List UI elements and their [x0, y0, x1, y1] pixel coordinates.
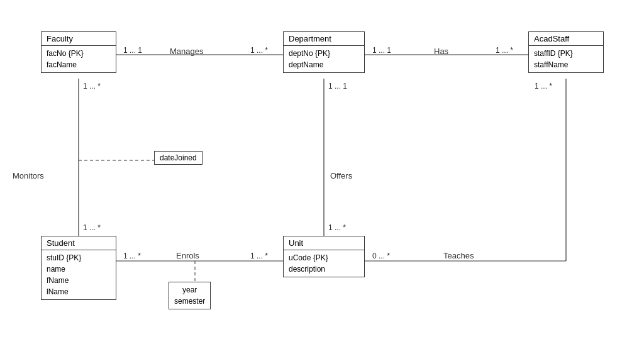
faculty-attr-1: facNo {PK} — [47, 48, 111, 59]
er-diagram: Faculty facNo {PK} facName Department de… — [0, 0, 644, 349]
label-has: Has — [434, 47, 448, 56]
unit-title: Unit — [284, 236, 364, 250]
semester-label: semester — [174, 296, 205, 307]
card-acadstaff-vertical: 1 ... * — [535, 82, 552, 91]
card-manages-right: 1 ... * — [250, 46, 268, 55]
department-attr-2: deptName — [289, 59, 359, 70]
label-offers: Offers — [330, 171, 352, 180]
faculty-attrs: facNo {PK} facName — [42, 46, 116, 72]
attr-datejoined: dateJoined — [154, 151, 203, 165]
unit-attr-1: uCode {PK} — [289, 252, 359, 263]
datejoined-label: dateJoined — [160, 153, 197, 162]
card-monitors-top: 1 ... * — [83, 82, 101, 91]
entity-department: Department deptNo {PK} deptName — [283, 31, 365, 73]
acadstaff-title: AcadStaff — [529, 32, 603, 46]
entity-student: Student stuID {PK} name fName lName — [41, 236, 116, 300]
student-attr-4: lName — [47, 286, 111, 297]
department-attrs: deptNo {PK} deptName — [284, 46, 364, 72]
label-enrols: Enrols — [176, 251, 199, 260]
acadstaff-attr-2: staffName — [534, 59, 598, 70]
department-title: Department — [284, 32, 364, 46]
card-enrols-right: 1 ... * — [250, 252, 268, 260]
entity-faculty: Faculty facNo {PK} facName — [41, 31, 116, 73]
faculty-title: Faculty — [42, 32, 116, 46]
card-has-right: 1 ... * — [496, 46, 513, 55]
card-teaches-left: 0 ... * — [372, 252, 390, 260]
student-attr-2: name — [47, 263, 111, 275]
student-attrs: stuID {PK} name fName lName — [42, 250, 116, 299]
label-manages: Manages — [170, 47, 203, 56]
student-title: Student — [42, 236, 116, 250]
year-label: year — [174, 284, 205, 296]
label-teaches: Teaches — [443, 251, 474, 260]
attr-year-semester: year semester — [169, 282, 211, 309]
card-monitors-bottom: 1 ... * — [83, 223, 101, 232]
faculty-attr-2: facName — [47, 59, 111, 70]
card-manages-left: 1 ... 1 — [123, 46, 142, 55]
card-offers-top: 1 ... 1 — [328, 82, 347, 91]
label-monitors: Monitors — [13, 171, 44, 180]
acadstaff-attr-1: staffID {PK} — [534, 48, 598, 59]
unit-attr-2: description — [289, 263, 359, 275]
student-attr-3: fName — [47, 275, 111, 286]
entity-unit: Unit uCode {PK} description — [283, 236, 365, 277]
student-attr-1: stuID {PK} — [47, 252, 111, 263]
card-has-left: 1 ... 1 — [372, 46, 391, 55]
unit-attrs: uCode {PK} description — [284, 250, 364, 277]
card-enrols-left: 1 ... * — [123, 252, 141, 260]
entity-acadstaff: AcadStaff staffID {PK} staffName — [528, 31, 604, 73]
acadstaff-attrs: staffID {PK} staffName — [529, 46, 603, 72]
card-offers-bottom: 1 ... * — [328, 223, 346, 232]
department-attr-1: deptNo {PK} — [289, 48, 359, 59]
